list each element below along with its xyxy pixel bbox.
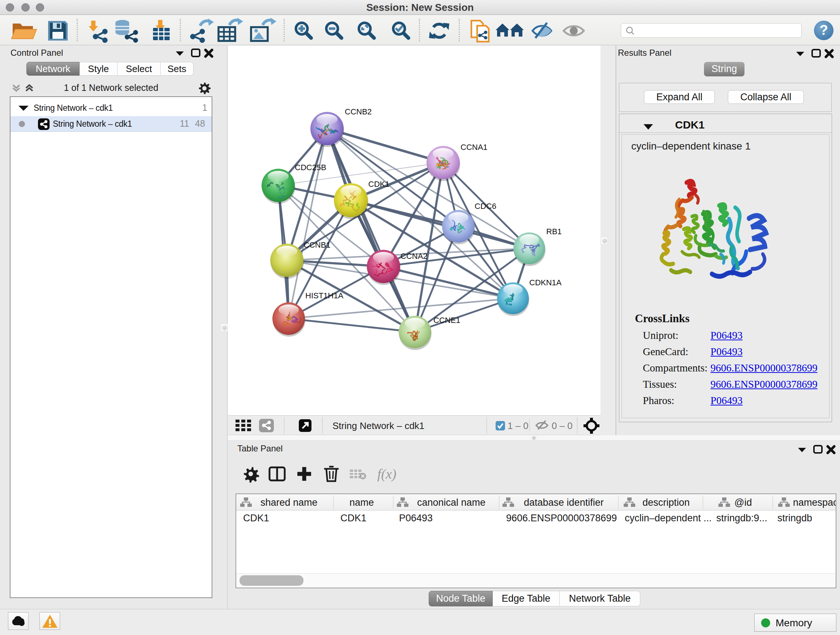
svg-text:shared name: shared name [261,497,317,508]
svg-text:f(x): f(x) [377,466,396,482]
svg-text:canonical name: canonical name [417,497,485,508]
svg-text:namespace: namespace [793,497,836,508]
svg-text:CDC6: CDC6 [475,202,496,211]
svg-text:CCNA2: CCNA2 [401,252,428,261]
svg-text:name: name [349,497,374,508]
svg-text:CDK1: CDK1 [368,180,390,188]
svg-text:description: description [643,497,690,508]
svg-text:CCNE1: CCNE1 [433,316,461,325]
svg-text:database identifier: database identifier [524,497,604,508]
svg-text:CDKN1A: CDKN1A [529,278,562,287]
svg-text:CCNA1: CCNA1 [461,143,488,152]
svg-text:CCNB2: CCNB2 [345,107,372,116]
svg-text:CDC25B: CDC25B [295,163,326,172]
svg-text:HIST1H1A: HIST1H1A [305,291,343,300]
svg-text:CCNB1: CCNB1 [303,241,331,249]
svg-text:RB1: RB1 [546,227,562,236]
svg-text:@id: @id [734,497,752,508]
